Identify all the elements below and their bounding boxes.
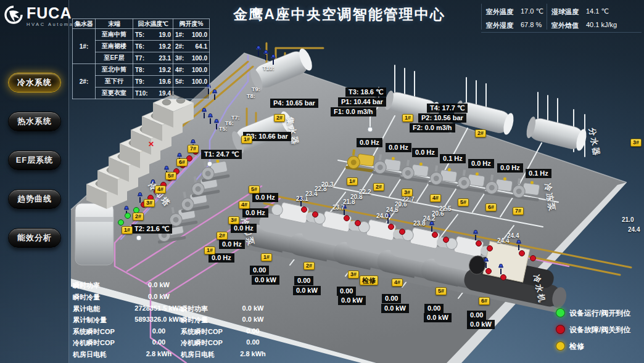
power-label: 0.0 kW [338, 296, 366, 305]
valve-value: 100.0 [192, 78, 207, 85]
power-label: 0.0 kW [381, 304, 409, 313]
hz-label: 0.0 Hz [412, 148, 438, 157]
chiller-tag: 6# [479, 297, 490, 305]
tower-tag: 3# [144, 199, 155, 207]
stat-label: 机房日电耗 [73, 350, 107, 359]
hz-label: 0.0 Hz [497, 163, 523, 173]
temp-tag: T7: [135, 55, 144, 62]
legend-fault-label: 设备故障/阀关到位 [569, 325, 630, 335]
sensor-label-f2: F2: 0.0 m3/h [410, 123, 455, 133]
hz-label: 0.0 Hz [208, 253, 234, 263]
hz-label: 0.1 Hz [526, 169, 551, 178]
stat-value: 0.0 kW [228, 316, 278, 323]
valve-cell: 1#:100.0 [173, 29, 210, 41]
stat-label: 冷机瞬时COP [181, 338, 223, 348]
distributor-tag: 1# [402, 114, 413, 122]
hz-label: 0.0 Hz [357, 138, 382, 147]
pipe-temp-value: 21.0 [622, 216, 634, 223]
sensor-label-p1: P1: 10.44 bar [338, 97, 386, 107]
valve-cell [173, 88, 210, 99]
pump-tag: 7# [513, 207, 524, 215]
temp-tag: T8: [135, 67, 144, 73]
page-title: 金鹰A座中央空调智能管理中心 [204, 5, 475, 24]
pipe-temp-value: 24.4 [628, 226, 640, 233]
table-header-row: 集水器 末端 回水温度℃ 阀开度% [73, 19, 210, 29]
stat-value: 0.0 kW [228, 304, 278, 312]
pump-tag: 3# [228, 216, 239, 224]
collector-return-table: 集水器 末端 回水温度℃ 阀开度% 1#: 至南中筒 T5:19.0 1#:10… [72, 18, 210, 99]
weather-divider [547, 4, 547, 30]
temp-tag: T5: [135, 31, 144, 38]
pipe-temp-value: 22.5 [439, 205, 451, 212]
sensor-label-p2: P2: 10.56 bar [418, 113, 466, 123]
cop-label: 0.00 [337, 287, 356, 296]
col-header-collector: 集水器 [73, 19, 96, 29]
collector-tag: 1# [241, 136, 252, 144]
stat-label: 累计制冷量 [73, 316, 107, 325]
storage-tank [75, 203, 114, 265]
sidebar-item-chilled-water[interactable]: 冷水系统 [8, 73, 61, 92]
valve-tag: 2#: [175, 43, 184, 50]
pump-tag: 4# [430, 194, 441, 202]
sidebar-item-trend-curve[interactable]: 趋势曲线 [8, 189, 61, 209]
cop-label: 0.00 [250, 266, 269, 275]
terminal-cell: 至南中筒 [96, 29, 133, 41]
stat-label: 瞬时功率 [181, 304, 208, 314]
terminal-cell: 至更衣室 [96, 88, 133, 99]
sensor-label-t2: T2: 21.6 ℃ [131, 224, 172, 234]
temp-sensor-tag-t9: T9: [252, 86, 260, 92]
weather-underline [481, 32, 642, 33]
power-label: 0.0 kW [252, 275, 279, 285]
tower-tag: 6# [176, 158, 188, 166]
temp-sensor-tag-t5: T5: [219, 126, 228, 132]
collector-group-2: 2#: [73, 64, 96, 99]
wetbulb-temp-label: 湿球温度 [551, 7, 579, 17]
temp-sensor-tag-t6: T6: [225, 120, 234, 126]
pipe-temp-value: 24.0 [376, 213, 388, 219]
outdoor-humidity-label: 室外湿度 [486, 21, 513, 30]
sidebar-item-ef-floor[interactable]: EF层系统 [8, 150, 61, 170]
valve-tag: 5#: [175, 78, 184, 85]
pipe-temp-value: 22.7 [402, 196, 414, 203]
pump-tag: 5# [458, 198, 469, 206]
tower-tag: 2# [133, 213, 144, 221]
temp-cell: T9:19.6 [133, 76, 173, 88]
hz-label: 0.0 Hz [252, 193, 278, 202]
valve-cell: 3#:100.0 [173, 52, 210, 64]
outdoor-temp-value: 17.0 ℃ [521, 7, 543, 15]
stat-value: 2.8 kWh [228, 350, 278, 357]
col-header-temp: 回水温度℃ [133, 19, 173, 29]
table-row: 1#: 至南中筒 T5:19.0 1#:100.0 [73, 29, 210, 41]
terminal-cell: 至下行 [96, 76, 133, 88]
valve-tag: 1#: [175, 31, 184, 38]
legend-maintenance-label: 检修 [569, 341, 584, 352]
pump-tag: 1# [204, 247, 215, 255]
valve-tag: 3#: [175, 55, 184, 62]
hz-label: 0.0 Hz [242, 208, 268, 218]
temp-sensor-tag-t8: T8: [247, 93, 255, 99]
temp-cell: T10:19.4 [133, 88, 173, 99]
stat-label: 机房日电耗 [181, 350, 215, 359]
temp-cell: T7:23.1 [133, 52, 173, 64]
legend-running-label: 设备运行/阀开到位 [569, 308, 630, 319]
hz-label: 0.0 Hz [231, 224, 257, 233]
temp-tag: T9: [135, 78, 144, 85]
temp-tag: T6: [135, 43, 144, 50]
sensor-label-t3: T3: 18.6 ℃ [345, 88, 386, 97]
hz-label: 0.1 Hz [440, 154, 466, 163]
maintenance-tag: 检修 [360, 275, 378, 285]
chiller-tag: 2# [303, 262, 315, 270]
pump-tag: 3# [402, 189, 413, 197]
valve-value: 100.0 [192, 55, 207, 62]
chiller-tag: 4# [392, 279, 403, 287]
legend-fault-icon [556, 325, 565, 334]
valve-value: 100.0 [192, 31, 207, 38]
hz-label: 0.0 Hz [468, 159, 494, 168]
collector-tag: 2# [274, 114, 285, 122]
stat-label: 瞬时功率 [73, 281, 100, 290]
sidebar-item-energy-analysis[interactable]: 能效分析 [8, 228, 61, 248]
hz-label: 0.0 Hz [219, 240, 245, 249]
sidebar-item-hot-water[interactable]: 热水系统 [8, 112, 61, 131]
terminal-cell: 至EF层 [96, 52, 133, 64]
distributor-tag: 2# [475, 129, 486, 137]
